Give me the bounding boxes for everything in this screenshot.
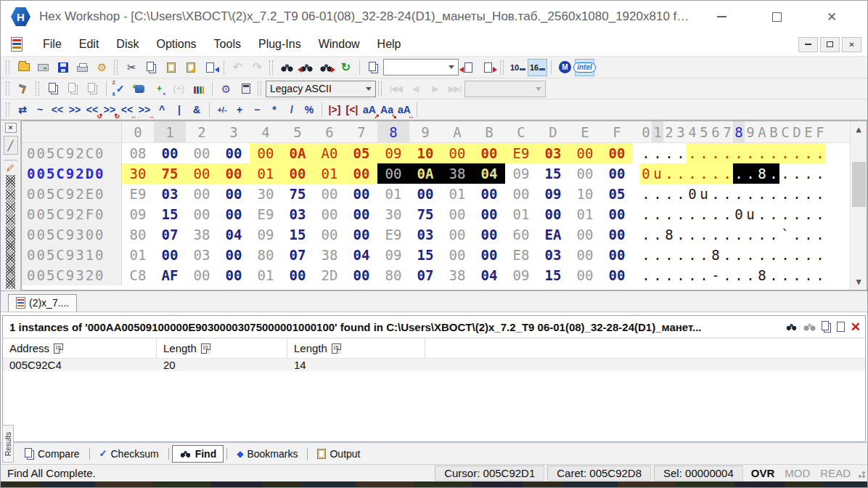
- hex-byte[interactable]: 04: [218, 224, 250, 245]
- hex-byte[interactable]: 15: [154, 204, 186, 224]
- hex-byte[interactable]: 03: [186, 245, 218, 265]
- hex-byte[interactable]: 00: [601, 245, 633, 265]
- hex-byte[interactable]: 30: [122, 163, 154, 184]
- ascii-char[interactable]: .: [640, 265, 652, 285]
- hex-byte[interactable]: E9: [122, 184, 154, 204]
- ascii-char[interactable]: .: [687, 245, 698, 265]
- hex-byte[interactable]: 38: [314, 245, 345, 265]
- find-button[interactable]: [277, 59, 297, 76]
- ascii-char[interactable]: .: [768, 143, 779, 163]
- statistics-button[interactable]: [189, 80, 208, 97]
- ascii-char[interactable]: .: [814, 265, 826, 285]
- options-button[interactable]: ⚙: [216, 80, 236, 97]
- hex-byte[interactable]: 00: [186, 204, 218, 224]
- ascii-char[interactable]: .: [733, 143, 745, 163]
- mdi-minimize-button[interactable]: [798, 37, 818, 52]
- hex-byte[interactable]: 09: [377, 245, 409, 265]
- hex-byte[interactable]: 03: [537, 245, 569, 265]
- ascii-char[interactable]: .: [721, 245, 733, 265]
- ascii-char[interactable]: .: [652, 184, 663, 204]
- hex-byte[interactable]: 00: [218, 184, 250, 204]
- ascii-char[interactable]: .: [791, 184, 803, 204]
- rotate-right-button[interactable]: >>↻: [101, 102, 118, 118]
- dock-tab-bookmarks[interactable]: ◆Bookmarks: [230, 446, 304, 462]
- hex-byte[interactable]: 05: [345, 143, 377, 163]
- base10-button[interactable]: 10: [508, 59, 528, 76]
- goto-button[interactable]: [364, 59, 383, 76]
- ascii-char[interactable]: .: [675, 184, 687, 204]
- ascii-char[interactable]: .: [721, 204, 733, 224]
- add-bookmark-collection-button[interactable]: +: [130, 80, 150, 97]
- ascii-char[interactable]: 0: [733, 204, 745, 224]
- block-shift-left-button[interactable]: <<←: [118, 102, 136, 118]
- hex-byte[interactable]: 05: [601, 184, 633, 204]
- insert-before-button[interactable]: [<|: [343, 102, 361, 118]
- ascii-char[interactable]: u: [745, 204, 756, 224]
- byte-flip-button[interactable]: ⇄: [14, 102, 31, 118]
- hex-byte[interactable]: 15: [537, 163, 569, 184]
- ascii-char[interactable]: .: [663, 184, 675, 204]
- ascii-char[interactable]: .: [698, 143, 710, 163]
- hex-byte[interactable]: 15: [537, 265, 569, 285]
- hex-byte[interactable]: 0A: [282, 143, 314, 163]
- ascii-char[interactable]: .: [721, 143, 733, 163]
- ascii-char[interactable]: .: [698, 163, 710, 184]
- rail-drag-handle[interactable]: [6, 175, 15, 289]
- hex-byte[interactable]: E9: [505, 143, 537, 163]
- hex-byte[interactable]: 08: [122, 143, 154, 163]
- block-shift-right-button[interactable]: >>→: [136, 102, 153, 118]
- hex-byte[interactable]: 01: [314, 163, 345, 184]
- menu-item-file[interactable]: File: [34, 35, 70, 54]
- motorola-endian-button[interactable]: M: [555, 59, 575, 76]
- nav-previous-button[interactable]: ◀: [406, 80, 425, 97]
- hex-byte[interactable]: 03: [154, 184, 186, 204]
- charset-combo[interactable]: Legacy ASCII: [266, 81, 376, 97]
- menu-item-tools[interactable]: Tools: [205, 35, 250, 54]
- hex-byte[interactable]: 00: [218, 245, 250, 265]
- swap-case-button[interactable]: aA↔: [396, 102, 413, 118]
- hex-byte[interactable]: 09: [505, 265, 537, 285]
- hex-byte[interactable]: 00: [601, 143, 633, 163]
- hex-byte[interactable]: 09: [250, 224, 282, 245]
- hex-byte[interactable]: 60: [505, 224, 537, 245]
- hex-vertical-scrollbar[interactable]: ▲ ▼: [850, 121, 867, 290]
- close-button[interactable]: ✕: [815, 6, 848, 28]
- maximize-button[interactable]: [760, 6, 793, 28]
- calculator-button[interactable]: [236, 80, 255, 97]
- ascii-char[interactable]: .: [791, 224, 803, 245]
- find-results-icon[interactable]: [786, 323, 796, 330]
- ascii-char[interactable]: .: [791, 163, 803, 184]
- redo-button[interactable]: ↷: [247, 59, 267, 76]
- find-previous-button[interactable]: [297, 59, 316, 76]
- ascii-char[interactable]: .: [687, 224, 698, 245]
- ascii-char[interactable]: .: [640, 204, 652, 224]
- ascii-char[interactable]: .: [640, 143, 652, 163]
- menu-item-edit[interactable]: Edit: [70, 35, 108, 54]
- ascii-char[interactable]: .: [721, 265, 733, 285]
- hex-byte[interactable]: 00: [345, 265, 377, 285]
- dock-tab-compare[interactable]: Compare: [18, 446, 86, 462]
- hex-byte[interactable]: 00: [473, 143, 505, 163]
- results-col-header-length-1[interactable]: Length10: [157, 338, 287, 358]
- ascii-char[interactable]: .: [745, 184, 756, 204]
- insert-file-button[interactable]: [200, 59, 220, 76]
- ascii-char[interactable]: .: [640, 245, 652, 265]
- ascii-char[interactable]: 0: [687, 184, 698, 204]
- ascii-char[interactable]: .: [675, 245, 687, 265]
- ascii-char[interactable]: .: [779, 245, 791, 265]
- menu-item-help[interactable]: Help: [369, 35, 410, 54]
- ascii-char[interactable]: .: [675, 224, 687, 245]
- nav-last-button[interactable]: ▶▶|: [445, 80, 464, 97]
- hex-byte[interactable]: 00: [601, 265, 633, 285]
- ascii-char[interactable]: 8: [663, 224, 675, 245]
- scroll-down-icon[interactable]: ▼: [851, 274, 867, 290]
- hex-byte[interactable]: 00: [186, 265, 218, 285]
- ascii-char[interactable]: .: [814, 245, 826, 265]
- base16-button[interactable]: 16: [528, 59, 547, 76]
- open-drive-button[interactable]: [33, 59, 53, 76]
- menu-item-disk[interactable]: Disk: [107, 35, 147, 54]
- hex-byte[interactable]: 01: [377, 184, 409, 204]
- export-results-icon[interactable]: [837, 322, 845, 332]
- ascii-char[interactable]: .: [733, 184, 745, 204]
- results-col-header-length-2[interactable]: Length16: [287, 338, 425, 358]
